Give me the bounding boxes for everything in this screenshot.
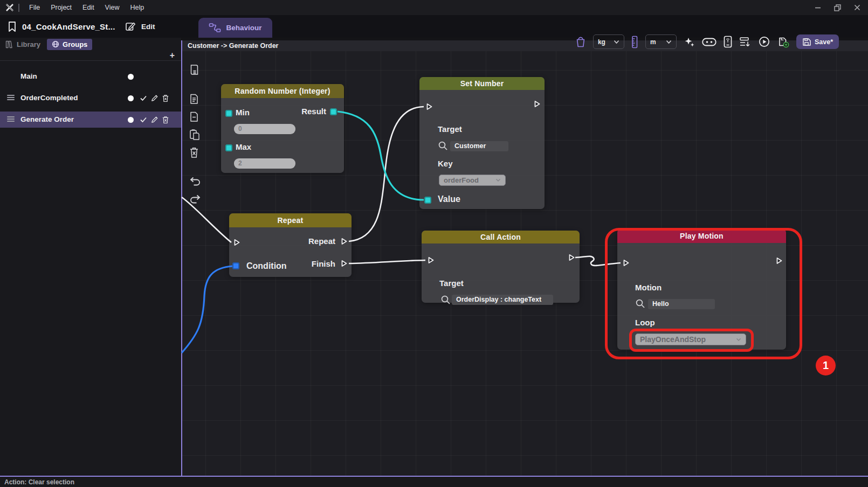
node-catalog-button[interactable] bbox=[189, 64, 201, 76]
delete-trash-icon[interactable] bbox=[162, 116, 169, 124]
port-condition[interactable] bbox=[232, 262, 239, 269]
target-search-field[interactable]: Customer bbox=[450, 141, 508, 151]
group-item-generate-order[interactable]: Generate Order bbox=[0, 112, 181, 128]
menu-help[interactable]: Help bbox=[125, 4, 149, 11]
group-list-header: + bbox=[0, 51, 181, 61]
header-row: 04_CookAndServe_St... Edit kg m bbox=[0, 15, 868, 38]
port-result[interactable] bbox=[330, 108, 337, 115]
length-unit-icon bbox=[631, 36, 638, 48]
flow-in-port[interactable] bbox=[622, 259, 630, 267]
group-item-ordercompleted[interactable]: OrderCompleted bbox=[0, 90, 181, 106]
flow-in-port[interactable] bbox=[232, 238, 241, 247]
length-unit-select[interactable]: m bbox=[645, 34, 677, 49]
node-header: Set Number bbox=[419, 77, 545, 90]
tab-library-label: Library bbox=[17, 40, 40, 48]
target-search-field[interactable]: OrderDisplay : changeText bbox=[452, 295, 553, 305]
node-random-number[interactable]: Random Number (Integer) Min 0 Max 2 Resu… bbox=[221, 84, 344, 173]
length-unit-value: m bbox=[650, 38, 656, 46]
edit-button[interactable]: Edit bbox=[125, 15, 155, 38]
tab-groups[interactable]: Groups bbox=[47, 39, 92, 50]
search-icon bbox=[438, 141, 448, 151]
minimize-button[interactable] bbox=[815, 4, 821, 11]
group-active-dot[interactable] bbox=[128, 95, 134, 101]
group-item-main[interactable]: Main bbox=[0, 68, 181, 85]
flow-out-finish-port[interactable] bbox=[340, 259, 348, 268]
menu-view[interactable]: View bbox=[100, 4, 125, 11]
key-label: Key bbox=[438, 159, 453, 168]
drag-handle-icon[interactable] bbox=[7, 95, 15, 101]
drag-handle-icon[interactable] bbox=[7, 116, 15, 123]
scene-structure-button[interactable] bbox=[739, 37, 752, 47]
port-value[interactable] bbox=[424, 197, 431, 204]
node-title: Call Action bbox=[480, 233, 521, 241]
tab-library[interactable]: Library bbox=[3, 40, 43, 49]
undo-button[interactable] bbox=[189, 176, 202, 186]
tab-behaviour[interactable]: Behaviour bbox=[198, 18, 272, 38]
floppy-icon bbox=[802, 38, 811, 46]
robot-button[interactable] bbox=[702, 37, 717, 47]
close-button[interactable] bbox=[854, 4, 860, 11]
max-input[interactable]: 2 bbox=[234, 158, 295, 169]
menu-file[interactable]: File bbox=[24, 4, 45, 11]
node-canvas[interactable]: Customer -> Generate Order Random Number… bbox=[182, 40, 868, 476]
loop-dropdown-value: PlayOnceAndStop bbox=[640, 335, 706, 344]
flow-in-port[interactable] bbox=[425, 102, 433, 111]
flow-out-port[interactable] bbox=[533, 100, 541, 108]
panel-divider[interactable] bbox=[181, 40, 182, 477]
add-group-button[interactable]: + bbox=[170, 51, 175, 60]
max-label: Max bbox=[236, 142, 251, 151]
min-input[interactable]: 0 bbox=[234, 124, 295, 134]
tab-behaviour-label: Behaviour bbox=[226, 24, 261, 32]
node-title: Repeat bbox=[278, 216, 304, 225]
group-name: Main bbox=[20, 72, 37, 80]
flow-out-repeat-port[interactable] bbox=[340, 237, 348, 246]
delete-selection-button[interactable] bbox=[189, 147, 199, 158]
divider bbox=[18, 4, 19, 12]
redo-button[interactable] bbox=[189, 194, 202, 204]
play-button[interactable] bbox=[759, 36, 770, 47]
flow-out-port[interactable] bbox=[567, 253, 576, 262]
device-preview-button[interactable] bbox=[724, 36, 732, 48]
confirm-icon[interactable] bbox=[140, 94, 147, 102]
rename-pencil-icon[interactable] bbox=[151, 94, 159, 102]
ai-sparkles-button[interactable] bbox=[684, 36, 695, 47]
flow-out-port[interactable] bbox=[775, 256, 783, 265]
chevron-down-icon bbox=[736, 338, 741, 342]
paste-clipboard-button[interactable] bbox=[189, 129, 201, 141]
confirm-icon[interactable] bbox=[140, 116, 147, 123]
key-dropdown[interactable]: orderFood bbox=[439, 175, 506, 186]
bookmark-icon bbox=[8, 21, 17, 32]
node-repeat[interactable]: Repeat Repeat Condition Finish bbox=[229, 213, 352, 277]
node-play-motion[interactable]: Play Motion Motion Hello Loop PlayOnceAn… bbox=[617, 229, 786, 350]
port-min[interactable] bbox=[225, 110, 232, 117]
delete-trash-icon[interactable] bbox=[162, 94, 169, 102]
search-icon bbox=[635, 298, 645, 309]
app-logo-icon bbox=[5, 3, 14, 12]
node-call-action[interactable]: Call Action Target OrderDisplay : change… bbox=[422, 231, 580, 303]
loop-label: Loop bbox=[635, 318, 655, 327]
group-active-dot[interactable] bbox=[128, 117, 134, 123]
node-title: Set Number bbox=[460, 79, 504, 88]
menubar: File Project Edit View Help bbox=[0, 0, 868, 15]
node-set-number[interactable]: Set Number Target Customer Key orderFood… bbox=[419, 77, 545, 209]
copy-node-button[interactable] bbox=[189, 93, 199, 105]
menu-edit[interactable]: Edit bbox=[77, 4, 100, 11]
chevron-down-icon bbox=[614, 40, 619, 44]
port-max[interactable] bbox=[225, 144, 232, 151]
node-title: Random Number (Integer) bbox=[235, 87, 330, 95]
mass-unit-select[interactable]: kg bbox=[593, 34, 624, 49]
restore-button[interactable] bbox=[834, 4, 841, 11]
remove-node-button[interactable] bbox=[189, 111, 199, 123]
export-build-button[interactable] bbox=[777, 36, 789, 48]
loop-dropdown[interactable]: PlayOnceAndStop bbox=[635, 333, 746, 345]
behaviour-node-icon bbox=[209, 23, 221, 33]
menu-project[interactable]: Project bbox=[45, 4, 77, 11]
motion-label: Motion bbox=[635, 283, 662, 292]
group-active-dot[interactable] bbox=[128, 74, 134, 80]
motion-search-field[interactable]: Hello bbox=[648, 299, 715, 309]
save-button[interactable]: Save* bbox=[796, 34, 839, 49]
flow-in-port[interactable] bbox=[426, 256, 435, 265]
rename-pencil-icon[interactable] bbox=[151, 116, 159, 123]
chevron-down-icon bbox=[495, 178, 501, 182]
group-name: Generate Order bbox=[20, 115, 74, 123]
